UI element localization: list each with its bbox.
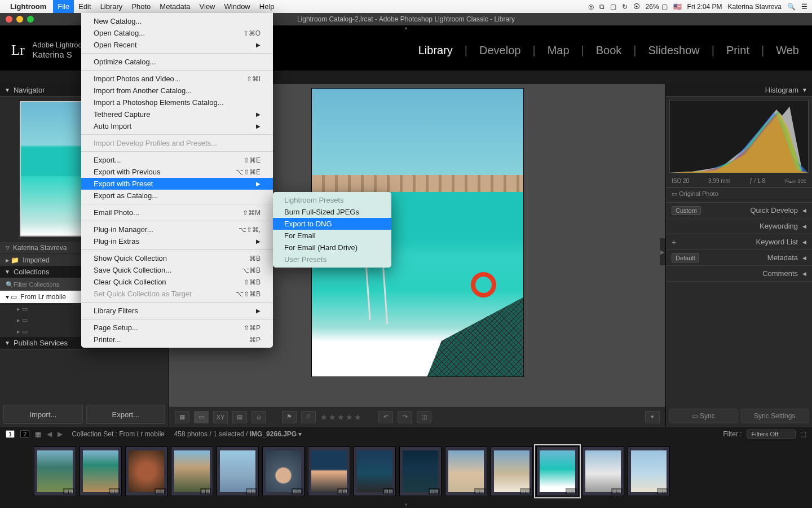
sync-settings-button[interactable]: Sync Settings <box>741 409 809 423</box>
filemenu-item[interactable]: Plug-in Manager...⌥⇧⌘, <box>81 224 273 235</box>
right-panel-grip[interactable]: ▶ <box>660 238 665 265</box>
add-keyword-icon[interactable]: + <box>672 238 676 247</box>
comments-header[interactable]: Comments◀ <box>666 266 812 282</box>
strip-thumb[interactable]: ▤▤ <box>491 446 533 496</box>
rating-stars[interactable]: ★★★★★ <box>320 413 363 422</box>
filemenu-item[interactable]: Open Catalog...⇧⌘O <box>81 27 273 39</box>
battery-status[interactable]: 26% ▢ <box>646 3 668 11</box>
submenu-item[interactable]: For Email (Hard Drive) <box>273 242 391 253</box>
thumbnail-strip[interactable]: ▤▤ ▤▤ ▤▤ ▤▤ ▤▤ ▤▤ ▤▤ ▤▤ ▤▤ ▤▤ ▤▤ ▤▤ ▤▤ ▤… <box>0 440 812 502</box>
menu-metadata[interactable]: Metadata <box>155 0 195 13</box>
filemenu-item[interactable]: Export with Previous⌥⇧⌘E <box>81 166 273 178</box>
wifi-icon[interactable]: ⦿ <box>633 3 640 11</box>
filemenu-item[interactable]: Plug-in Extras▶ <box>81 235 273 247</box>
menu-view[interactable]: View <box>195 0 220 13</box>
import-button[interactable]: Import... <box>3 405 83 424</box>
dropbox-icon[interactable]: ⧉ <box>599 3 604 11</box>
strip-thumb[interactable]: ▤▤ <box>628 446 670 496</box>
strip-thumb[interactable]: ▤▤ <box>80 446 122 496</box>
menu-photo[interactable]: Photo <box>127 0 155 13</box>
window-traffic-lights[interactable] <box>6 16 34 23</box>
filemenu-item[interactable]: Export with Preset▶ <box>81 178 273 190</box>
strip-thumb[interactable]: ▤▤ <box>217 446 259 496</box>
rotate-ccw-icon[interactable]: ↶ <box>378 411 393 423</box>
nav-fwd-icon[interactable]: ▶ <box>58 430 63 438</box>
menu-window[interactable]: Window <box>220 0 255 13</box>
filemenu-item[interactable]: Optimize Catalog... <box>81 56 273 68</box>
timemachine-icon[interactable]: ↻ <box>622 3 628 11</box>
zoom-icon[interactable] <box>27 16 34 23</box>
strip-thumb[interactable]: ▤▤ <box>262 446 304 496</box>
grid-view-icon[interactable]: ▦ <box>175 411 189 423</box>
quick-develop-header[interactable]: Custom Quick Develop◀ <box>666 203 812 218</box>
filemenu-item[interactable]: Library Filters▶ <box>81 305 273 317</box>
keywordlist-header[interactable]: +Keyword List◀ <box>666 234 812 250</box>
filemenu-item[interactable]: Save Quick Collection...⌥⌘B <box>81 264 273 276</box>
sync-view-icon[interactable]: ◫ <box>417 411 431 423</box>
filemenu-item[interactable]: Tethered Capture▶ <box>81 108 273 120</box>
menu-library[interactable]: Library <box>96 0 127 13</box>
filemenu-item[interactable]: Auto Import▶ <box>81 120 273 132</box>
histogram-header[interactable]: Histogram▼ <box>666 84 812 97</box>
menu-help[interactable]: Help <box>255 0 279 13</box>
spotlight-icon[interactable]: 🔍 <box>787 3 796 11</box>
metadata-header[interactable]: Default Metadata◀ <box>666 250 812 266</box>
strip-thumb[interactable]: ▤▤ <box>582 446 624 496</box>
export-preset-submenu[interactable]: Lightroom PresetsBurn Full-Sized JPEGsEx… <box>273 192 391 268</box>
file-menu-dropdown[interactable]: New Catalog...Open Catalog...⇧⌘OOpen Rec… <box>81 13 273 348</box>
rotate-cw-icon[interactable]: ↷ <box>398 411 412 423</box>
clock[interactable]: Fri 2:04 PM <box>687 3 722 11</box>
notification-center-icon[interactable]: ☰ <box>801 3 807 11</box>
flag-reject-icon[interactable]: ⚐ <box>301 411 316 423</box>
loupe-view-icon[interactable]: ▭ <box>194 411 209 423</box>
quick-dev-mode[interactable]: Custom <box>672 206 701 215</box>
strip-thumb-selected[interactable]: ▤▤ <box>536 446 579 496</box>
module-library[interactable]: Library <box>417 44 454 57</box>
airplay-icon[interactable]: ▢ <box>610 3 616 11</box>
filter-select[interactable]: Filters Off <box>747 430 796 439</box>
filemenu-item[interactable]: Open Recent▶ <box>81 39 273 51</box>
source-path[interactable]: Collection Set : From Lr mobile <box>72 430 165 438</box>
filemenu-item[interactable]: New Catalog... <box>81 15 273 27</box>
filemenu-item[interactable]: Clear Quick Collection⇧⌘B <box>81 276 273 288</box>
minimize-icon[interactable] <box>16 16 23 23</box>
sync-button[interactable]: ▭ Sync <box>669 409 738 423</box>
grid-icon[interactable]: ▦ <box>35 430 41 438</box>
filemenu-item[interactable]: Page Setup...⇧⌘P <box>81 322 273 334</box>
selected-filename[interactable]: IMG_9266.JPG <box>250 430 297 438</box>
filemenu-item[interactable]: Export...⇧⌘E <box>81 154 273 166</box>
strip-thumb[interactable]: ▤▤ <box>308 446 350 496</box>
strip-thumb[interactable]: ▤▤ <box>171 446 213 496</box>
original-photo-row[interactable]: ▭ Original Photo <box>666 188 812 203</box>
filemenu-item[interactable]: Export as Catalog... <box>81 190 273 202</box>
menu-edit[interactable]: Edit <box>74 0 95 13</box>
module-slideshow[interactable]: Slideshow <box>647 44 701 57</box>
strip-thumb[interactable]: ▤▤ <box>399 446 442 496</box>
strip-thumb[interactable]: ▤▤ <box>125 446 167 496</box>
strip-thumb[interactable]: ▤▤ <box>445 446 487 496</box>
strip-thumb[interactable]: ▤▤ <box>354 446 396 496</box>
app-name[interactable]: Lightroom <box>10 2 46 11</box>
export-button[interactable]: Export... <box>86 405 166 424</box>
strip-thumb[interactable]: ▤▤ <box>34 446 76 496</box>
menu-file[interactable]: File <box>53 0 74 13</box>
module-develop[interactable]: Develop <box>478 44 522 57</box>
filemenu-item[interactable]: Printer...⌘P <box>81 334 273 345</box>
filemenu-item[interactable]: Email Photo...⇧⌘M <box>81 207 273 218</box>
flag-pick-icon[interactable]: ⚑ <box>282 411 297 423</box>
submenu-item[interactable]: For Email <box>273 230 391 242</box>
filemenu-item[interactable]: Import a Photoshop Elements Catalog... <box>81 97 273 108</box>
survey-view-icon[interactable]: ▤ <box>232 411 247 423</box>
metadata-mode[interactable]: Default <box>672 253 699 262</box>
filemenu-item[interactable]: Import from Another Catalog... <box>81 85 273 97</box>
cc-icon[interactable]: ◎ <box>588 3 594 11</box>
people-view-icon[interactable]: ☺ <box>251 411 266 423</box>
histogram-display[interactable] <box>669 100 809 173</box>
compare-view-icon[interactable]: XY <box>213 411 228 423</box>
display-1-badge[interactable]: 1 <box>6 430 15 438</box>
flag-icon[interactable]: 🇺🇸 <box>673 3 682 11</box>
nav-back-icon[interactable]: ◀ <box>47 430 52 438</box>
submenu-item[interactable]: Burn Full-Sized JPEGs <box>273 206 391 218</box>
filter-lock-icon[interactable]: ⬚ <box>800 430 806 438</box>
module-print[interactable]: Print <box>725 44 751 57</box>
